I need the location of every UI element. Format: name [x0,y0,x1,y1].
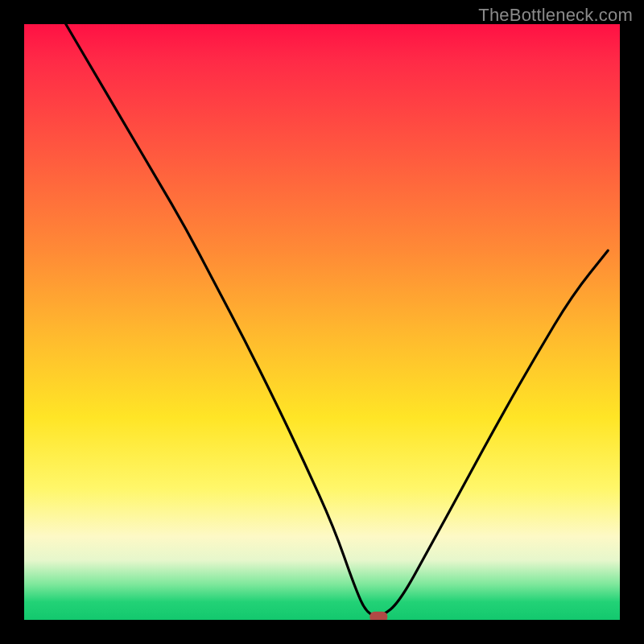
chart-frame: TheBottleneck.com [0,0,644,644]
plot-area [24,24,620,620]
curve-svg [24,24,620,620]
bottleneck-curve [66,24,608,616]
min-point-marker [369,612,387,620]
watermark-label: TheBottleneck.com [478,5,633,26]
